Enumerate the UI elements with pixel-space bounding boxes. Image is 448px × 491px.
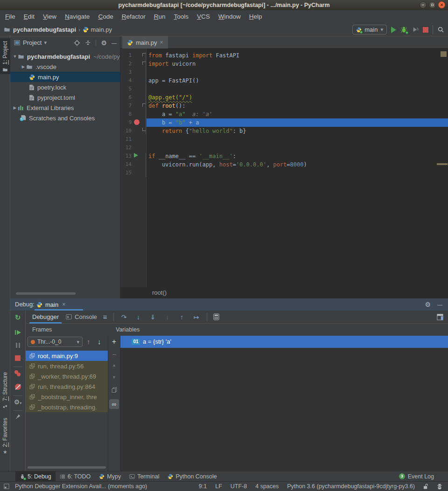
settings-gear-icon[interactable]: ⚙▾ (10, 398, 25, 406)
resume-button[interactable] (10, 328, 25, 337)
move-up-button[interactable]: ▲ (108, 363, 120, 367)
step-into-button[interactable]: ↓ (134, 313, 143, 321)
move-down-button[interactable]: ▼ (108, 375, 120, 380)
run-to-cursor-button[interactable]: ↦ (192, 313, 201, 321)
indent-setting[interactable]: 4 spaces (255, 483, 279, 490)
mute-breakpoints-button[interactable] (10, 383, 25, 392)
menu-vcs[interactable]: VCS (193, 10, 214, 23)
stripe-project-button[interactable]: 1: Project (0, 38, 10, 74)
toolwindow-toggle-icon[interactable] (4, 484, 9, 489)
minimize-button[interactable]: − (420, 1, 427, 8)
lock-icon[interactable] (423, 484, 428, 490)
tab-console[interactable]: Console (66, 313, 97, 320)
collapse-all-icon[interactable] (85, 40, 91, 46)
tree-expanded-icon[interactable]: ▼ (12, 54, 18, 59)
menu-code[interactable]: Code (94, 10, 117, 23)
breadcrumb-project[interactable]: pycharmdebugfastapi (13, 26, 76, 33)
hide-panel-icon[interactable]: — (112, 40, 117, 46)
menu-window[interactable]: Window (214, 10, 245, 23)
maximize-button[interactable] (429, 1, 436, 8)
toolwindow-event-log[interactable]: 3 Event Log (399, 473, 434, 480)
horizontal-scrollbar[interactable] (28, 466, 106, 469)
show-watches-toggle[interactable]: ∞ (109, 399, 119, 409)
horizontal-scrollbar[interactable] (16, 292, 76, 295)
frame-row[interactable]: run, thread.py:56 (26, 361, 108, 371)
pause-button[interactable] (10, 341, 25, 350)
gear-icon[interactable]: ⚙ (101, 39, 107, 47)
coverage-button[interactable] (412, 26, 419, 33)
breadcrumb-function[interactable]: root() (152, 289, 167, 296)
rerun-button[interactable]: ↻ (10, 313, 25, 322)
breadcrumb-file[interactable]: main.py (91, 26, 112, 33)
close-session-icon[interactable]: × (62, 301, 65, 308)
add-watch-button[interactable]: + (108, 338, 120, 346)
frame-row[interactable]: root, main.py:9 (26, 351, 108, 361)
caret-position[interactable]: 9:1 (199, 483, 207, 490)
evaluate-expression-icon[interactable] (213, 313, 219, 320)
force-step-into-button[interactable]: ⇓ (149, 313, 157, 321)
toolwindow-mypy[interactable]: Mypy (95, 471, 125, 482)
toolwindow-terminal[interactable]: Terminal (125, 471, 163, 482)
menu-edit[interactable]: Edit (20, 10, 39, 23)
step-over-button[interactable]: ↷ (120, 313, 128, 321)
frame-row[interactable]: run, threading.py:864 (26, 381, 108, 392)
tree-collapsed-icon[interactable]: ▶ (21, 64, 26, 69)
toolwindow-todo[interactable]: 6: TODO (56, 471, 95, 482)
frame-row[interactable]: _bootstrap, threading. (26, 402, 108, 412)
fold-marker[interactable] (142, 53, 146, 56)
menu-refactor[interactable]: Refactor (118, 10, 150, 23)
search-everywhere-icon[interactable] (437, 26, 444, 33)
breakpoint-icon[interactable] (134, 119, 140, 125)
toolwindow-python-console[interactable]: Python Console (163, 471, 221, 482)
run-gutter-icon[interactable] (134, 153, 138, 158)
frame-row[interactable]: _bootstrap_inner, thre (26, 392, 108, 402)
duplicate-watch-button[interactable] (108, 386, 120, 394)
fold-marker[interactable] (142, 62, 146, 65)
stop-button[interactable] (423, 27, 428, 33)
project-panel-title[interactable]: Project (23, 39, 42, 46)
step-out-button[interactable]: ↑ (178, 313, 186, 321)
locate-file-icon[interactable] (74, 40, 80, 46)
close-button[interactable]: × (438, 1, 445, 8)
restore-layout-icon[interactable] (437, 314, 443, 320)
fold-marker[interactable] (142, 128, 146, 131)
line-ending[interactable]: LF (215, 483, 222, 490)
hector-inspector-icon[interactable] (437, 484, 442, 490)
remove-watch-button[interactable]: − (108, 351, 120, 358)
step-into-my-code-button[interactable]: ↓ (163, 313, 172, 321)
gear-icon[interactable]: ⚙ (425, 301, 431, 308)
previous-frame-button[interactable]: ↑ (87, 337, 91, 347)
menu-navigate[interactable]: Navigate (61, 10, 94, 23)
editor-tab-main-py[interactable]: main.py × (122, 36, 168, 48)
stripe-favorites-button[interactable]: 2: Favorites ★ (0, 418, 10, 455)
debug-button[interactable] (400, 26, 407, 33)
menu-file[interactable]: File (1, 10, 20, 23)
tree-row-pyproject-toml[interactable]: pyproject.toml (10, 92, 120, 103)
tree-row-vscode[interactable]: ▶ .vscode (10, 62, 120, 72)
tree-row-project-root[interactable]: ▼ pycharmdebugfastapi ~/code/pycharmdebu… (10, 51, 120, 62)
tree-collapsed-icon[interactable]: ▶ (12, 105, 18, 110)
interpreter[interactable]: Python 3.6 (pycharmdebugfastapi-9cdjtyrg… (287, 483, 415, 490)
status-message[interactable]: Python Debugger Extension Avail... (mome… (15, 483, 147, 490)
tree-row-main-py[interactable]: main.py (10, 72, 120, 82)
menu-help[interactable]: Help (245, 10, 266, 23)
stop-button[interactable] (10, 354, 25, 363)
view-breakpoints-button[interactable] (10, 370, 25, 379)
thread-selector[interactable]: Thr...-0_0 ▾ (28, 337, 83, 347)
variable-row[interactable]: 01 a = {str} 'a' (120, 336, 448, 348)
stripe-structure-button[interactable]: 7: Structure (0, 372, 10, 408)
tab-debugger[interactable]: Debugger (31, 311, 60, 324)
menu-run[interactable]: Run (150, 10, 170, 23)
run-configuration-selector[interactable]: main ▾ (352, 25, 387, 35)
hide-panel-icon[interactable]: — (437, 302, 442, 307)
frame-row[interactable]: _worker, thread.py:69 (26, 371, 108, 381)
toolwindow-debug[interactable]: 5: Debug (15, 471, 56, 482)
error-stripe-warning-marker[interactable] (441, 51, 447, 57)
error-stripe-warning-marker[interactable] (437, 163, 448, 165)
menu-tools[interactable]: Tools (169, 10, 193, 23)
tree-row-scratches[interactable]: Scratches and Consoles (10, 113, 120, 123)
pin-tab-button[interactable] (10, 413, 25, 422)
tree-row-external-libraries[interactable]: ▶ External Libraries (10, 103, 120, 113)
file-encoding[interactable]: UTF-8 (231, 483, 247, 490)
tree-row-poetry-lock[interactable]: poetry.lock (10, 82, 120, 92)
